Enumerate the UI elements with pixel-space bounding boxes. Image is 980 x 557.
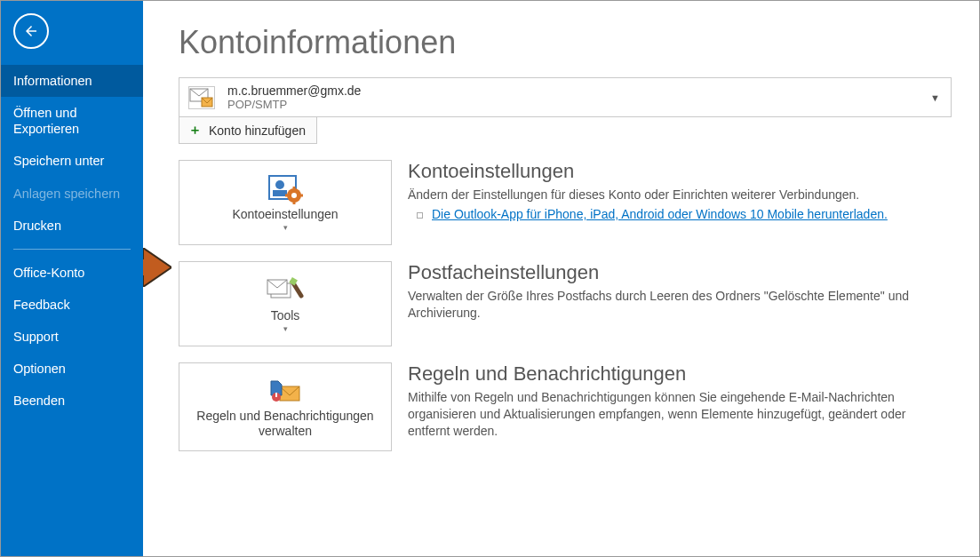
section-desc: Ändern der Einstellungen für dieses Kont… — [408, 187, 950, 203]
annotation-arrow-icon — [143, 248, 171, 287]
tile-kontoeinstellungen[interactable]: Kontoeinstellungen ▾ — [179, 160, 392, 245]
download-link-line: Die Outlook-App für iPhone, iPad, Androi… — [408, 207, 950, 221]
nav-optionen[interactable]: Optionen — [1, 353, 143, 385]
app-window: Informationen Öffnen und Exportieren Spe… — [0, 0, 980, 557]
plus-icon: ＋ — [188, 122, 202, 139]
account-text: m.c.bruemmer@gmx.de POP/SMTP — [227, 84, 361, 111]
row-kontoeinstellungen: Kontoeinstellungen ▾ Kontoeinstellungen … — [179, 160, 956, 245]
nav-divider — [13, 249, 131, 250]
add-account-button[interactable]: ＋ Konto hinzufügen — [179, 117, 317, 144]
nav-speichern-unter[interactable]: Speichern unter — [1, 145, 143, 177]
svg-point-4 — [275, 180, 284, 189]
nav-beenden[interactable]: Beenden — [1, 385, 143, 417]
row-text: Kontoeinstellungen Ändern der Einstellun… — [408, 160, 950, 221]
nav-anlagen-speichern: Anlagen speichern — [1, 178, 143, 210]
nav-office-konto[interactable]: Office-Konto — [1, 257, 143, 289]
page-title: Kontoinformationen — [179, 24, 956, 61]
nav-label: Support — [13, 330, 59, 344]
nav-label: Speichern unter — [13, 154, 104, 168]
account-mail-icon — [188, 86, 215, 109]
chevron-down-icon: ▼ — [930, 92, 940, 103]
bullet-icon — [417, 212, 423, 219]
nav-support[interactable]: Support — [1, 321, 143, 353]
main-panel: Kontoinformationen m.c.bruemmer@gmx.de P… — [143, 1, 979, 556]
download-outlook-app-link[interactable]: Die Outlook-App für iPhone, iPad, Androi… — [432, 207, 888, 221]
section-desc: Verwalten der Größe Ihres Postfachs durc… — [408, 288, 950, 322]
svg-point-7 — [291, 193, 297, 198]
svg-marker-0 — [143, 248, 171, 287]
add-account-label: Konto hinzufügen — [209, 123, 306, 138]
svg-rect-5 — [273, 190, 287, 196]
nav-label: Office-Konto — [13, 266, 84, 280]
row-regeln: Regeln und Benachrichtigungen verwalten … — [179, 362, 956, 451]
back-arrow-icon — [23, 23, 39, 39]
nav-informationen[interactable]: Informationen — [1, 65, 143, 97]
account-email: m.c.bruemmer@gmx.de — [227, 84, 361, 98]
row-text: Postfacheinstellungen Verwalten der Größ… — [408, 261, 950, 322]
section-heading: Kontoeinstellungen — [408, 160, 950, 183]
tile-label: Kontoeinstellungen — [225, 205, 345, 222]
nav-oeffnen-exportieren[interactable]: Öffnen und Exportieren — [1, 97, 143, 145]
row-postfacheinstellungen: Tools ▾ Postfacheinstellungen Verwalten … — [179, 261, 956, 346]
account-settings-icon — [267, 173, 303, 205]
chevron-down-icon: ▾ — [283, 223, 288, 232]
nav-label: Informationen — [13, 74, 92, 88]
tile-regeln[interactable]: Regeln und Benachrichtigungen verwalten — [179, 362, 392, 451]
tile-label: Tools — [264, 306, 307, 323]
nav-feedback[interactable]: Feedback — [1, 289, 143, 321]
rules-icon — [267, 375, 303, 407]
backstage-sidebar: Informationen Öffnen und Exportieren Spe… — [1, 1, 143, 556]
tools-icon — [266, 275, 305, 306]
nav-label: Feedback — [13, 298, 70, 312]
nav-label: Optionen — [13, 362, 66, 376]
section-heading: Postfacheinstellungen — [408, 261, 950, 284]
tile-label: Regeln und Benachrichtigungen verwalten — [179, 407, 391, 439]
svg-rect-17 — [275, 393, 277, 397]
chevron-down-icon: ▾ — [283, 324, 288, 333]
nav-drucken[interactable]: Drucken — [1, 210, 143, 242]
nav-label: Drucken — [13, 219, 61, 233]
back-button[interactable] — [13, 13, 49, 49]
nav-label: Öffnen und Exportieren — [13, 106, 79, 136]
account-type: POP/SMTP — [227, 98, 361, 111]
tile-tools[interactable]: Tools ▾ — [179, 261, 392, 346]
account-selector[interactable]: m.c.bruemmer@gmx.de POP/SMTP ▼ — [179, 77, 952, 117]
row-text: Regeln und Benachrichtigungen Mithilfe v… — [408, 362, 950, 440]
nav-label: Beenden — [13, 394, 65, 408]
section-desc: Mithilfe von Regeln und Benachrichtigung… — [408, 389, 950, 440]
section-heading: Regeln und Benachrichtigungen — [408, 362, 950, 386]
nav-label: Anlagen speichern — [13, 187, 120, 201]
